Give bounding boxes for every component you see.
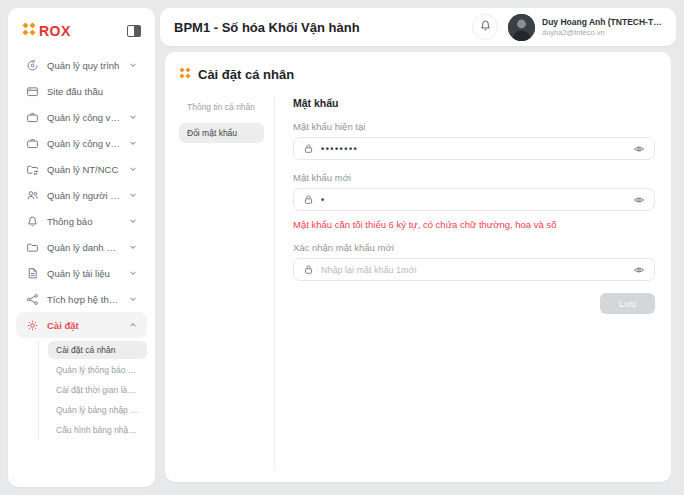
lock-icon	[303, 143, 314, 154]
process-icon	[26, 59, 39, 72]
chevron-down-icon	[129, 269, 137, 277]
submenu-item-quan-ly-thong-bao-he-thong[interactable]: Quản lý thông báo hệ thống	[48, 361, 147, 379]
eye-icon[interactable]	[633, 264, 645, 276]
sidebar-item-quan-ly-danh-muc[interactable]: Quản lý danh mục	[16, 234, 147, 260]
chevron-down-icon	[129, 295, 137, 303]
briefcase-icon	[26, 137, 39, 150]
bell-icon	[479, 18, 492, 36]
bell-icon	[26, 215, 39, 228]
confirm-password-input[interactable]	[321, 265, 626, 275]
submenu-item-cau-hinh-bang-nhap-lieu[interactable]: Cấu hình bảng nhập liệu	[48, 421, 147, 439]
sidebar-item-cai-dat[interactable]: Cài đặt	[16, 312, 147, 338]
tab-thong-tin-ca-nhan[interactable]: Thông tin cá nhân	[179, 97, 264, 117]
logo-text: ROX	[39, 23, 71, 39]
document-icon	[26, 267, 39, 280]
sidebar-item-label: Quản lý tài liệu	[47, 268, 121, 279]
integration-nodes-icon	[26, 293, 39, 306]
sidebar-item-quan-ly-cong-viec-1[interactable]: Quản lý công việc	[16, 104, 147, 130]
chevron-down-icon	[129, 113, 137, 121]
sidebar-header: ROX	[16, 18, 147, 52]
confirm-password-field	[293, 258, 655, 281]
tab-doi-mat-khau[interactable]: Đổi mật khẩu	[179, 123, 264, 143]
avatar	[508, 14, 535, 41]
chevron-up-icon	[129, 321, 137, 329]
chevron-down-icon	[129, 191, 137, 199]
content-body: Thông tin cá nhân Đổi mật khẩu Mật khẩu …	[179, 97, 657, 469]
submenu-item-cai-dat-ca-nhan[interactable]: Cài đặt cá nhân	[48, 341, 147, 359]
new-password-field	[293, 188, 655, 211]
password-error-message: Mật khẩu cần tối thiểu 6 ký tự, có chứa …	[293, 219, 655, 230]
settings-submenu: Cài đặt cá nhân Quản lý thông báo hệ thố…	[38, 341, 147, 439]
folder-transfer-icon	[26, 163, 39, 176]
current-password-label: Mật khẩu hiện tại	[293, 121, 655, 132]
form-actions: Lưu	[293, 293, 655, 314]
users-icon	[26, 189, 39, 202]
user-menu[interactable]: Duy Hoang Anh (TNTECH-TTKD TKT... duyha2…	[508, 14, 662, 41]
chevron-down-icon	[129, 165, 137, 173]
sidebar-item-label: Quản lý công việc	[47, 112, 121, 123]
sidebar-item-quan-ly-tai-lieu[interactable]: Quản lý tài liệu	[16, 260, 147, 286]
content-card: Cài đặt cá nhân Thông tin cá nhân Đổi mậ…	[165, 52, 671, 482]
chevron-down-icon	[129, 217, 137, 225]
chevron-down-icon	[129, 243, 137, 251]
settings-tabs: Thông tin cá nhân Đổi mật khẩu	[179, 97, 275, 469]
sidebar-item-label: Thông báo	[47, 216, 121, 227]
sidebar-item-quan-ly-nguoi-dung[interactable]: Quản lý người dùng	[16, 182, 147, 208]
chevron-down-icon	[129, 139, 137, 147]
user-email: duyha2@tnteco.vn	[542, 28, 662, 37]
sidebar-item-thong-bao[interactable]: Thông báo	[16, 208, 147, 234]
browser-card-icon	[26, 85, 39, 98]
sidebar-collapse-icon[interactable]	[127, 25, 141, 37]
rox-pinwheel-icon	[179, 65, 191, 83]
confirm-password-label: Xác nhận mật khẩu mới	[293, 242, 655, 253]
sidebar-item-quan-ly-cong-viec-2[interactable]: Quản lý công việc	[16, 130, 147, 156]
lock-icon	[303, 264, 314, 275]
app-title: BPM1 - Số hóa Khối Vận hành	[174, 20, 472, 35]
sidebar-item-label: Tích hợp hệ thống	[47, 294, 121, 305]
sidebar-item-quan-ly-quy-trinh[interactable]: Quản lý quy trình	[16, 52, 147, 78]
submenu-item-quan-ly-bang-nhap-lieu[interactable]: Quản lý bảng nhập liệu	[48, 401, 147, 419]
sidebar-item-label: Cài đặt	[47, 320, 121, 331]
page-title: Cài đặt cá nhân	[198, 67, 294, 82]
save-button[interactable]: Lưu	[600, 293, 655, 314]
sidebar-item-label: Quản lý danh mục	[47, 242, 121, 253]
gear-icon	[26, 319, 39, 332]
password-form: Mật khẩu Mật khẩu hiện tại Mật khẩu mới	[275, 97, 657, 469]
sidebar-menu: Quản lý quy trình Site đấu thầu Quản lý …	[16, 52, 147, 439]
briefcase-icon	[26, 111, 39, 124]
rox-pinwheel-icon	[22, 22, 36, 40]
form-section-title: Mật khẩu	[293, 97, 655, 109]
sidebar-item-label: Site đấu thầu	[47, 86, 137, 97]
eye-icon[interactable]	[633, 143, 645, 155]
sidebar-item-label: Quản lý công việc	[47, 138, 121, 149]
new-password-input[interactable]	[321, 195, 626, 205]
eye-icon[interactable]	[633, 194, 645, 206]
current-password-input[interactable]	[321, 144, 626, 154]
sidebar-item-site-dau-thau[interactable]: Site đấu thầu	[16, 78, 147, 104]
new-password-label: Mật khẩu mới	[293, 172, 655, 183]
sidebar-item-label: Quản lý quy trình	[47, 60, 121, 71]
sidebar-item-label: Quản lý NT/NCC	[47, 164, 121, 175]
sidebar-item-label: Quản lý người dùng	[47, 190, 121, 201]
submenu-item-cai-dat-thoi-gian-lam-viec[interactable]: Cài đặt thời gian làm việc	[48, 381, 147, 399]
sidebar: ROX Quản lý quy trình Site	[8, 8, 155, 487]
lock-icon	[303, 194, 314, 205]
sidebar-item-tich-hop-he-thong[interactable]: Tích hợp hệ thống	[16, 286, 147, 312]
user-meta: Duy Hoang Anh (TNTECH-TTKD TKT... duyha2…	[542, 17, 662, 37]
user-name: Duy Hoang Anh (TNTECH-TTKD TKT...	[542, 17, 662, 27]
logo[interactable]: ROX	[22, 22, 71, 40]
top-header: BPM1 - Số hóa Khối Vận hành Duy Hoang An…	[160, 8, 676, 46]
folder-icon	[26, 241, 39, 254]
current-password-field	[293, 137, 655, 160]
notification-button[interactable]	[472, 14, 498, 40]
page-title-row: Cài đặt cá nhân	[179, 65, 657, 83]
sidebar-item-quan-ly-nt-ncc[interactable]: Quản lý NT/NCC	[16, 156, 147, 182]
chevron-down-icon	[129, 61, 137, 69]
